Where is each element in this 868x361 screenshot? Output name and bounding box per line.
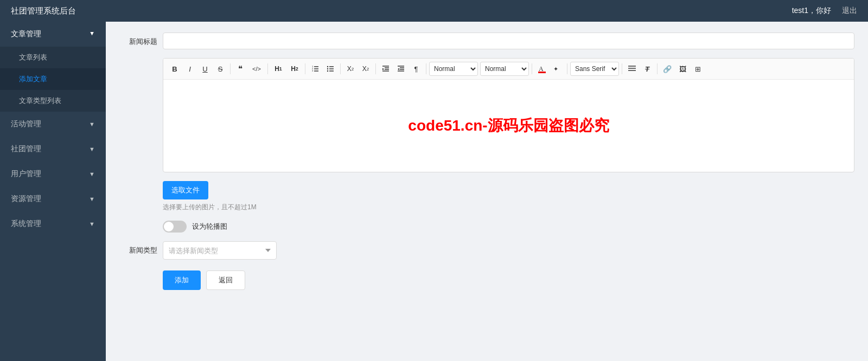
sidebar: 文章管理 ▲ 文章列表 添加文章 文章类型列表 活动管理 ▼ 社团管理 ▼ 用户…	[0, 22, 106, 361]
chevron-down-icon-club: ▼	[89, 146, 95, 152]
sidebar-item-article-list[interactable]: 文章列表	[0, 47, 106, 68]
sidebar-item-club[interactable]: 社团管理 ▼	[0, 137, 106, 162]
editor-body[interactable]: code51.cn-源码乐园盗图必究	[163, 80, 854, 172]
toolbar-underline-button[interactable]: U	[198, 62, 212, 76]
toolbar-sep-4	[340, 63, 341, 74]
toolbar-align-button[interactable]	[625, 62, 639, 76]
svg-text:3: 3	[312, 69, 314, 72]
news-type-select[interactable]: 请选择新闻类型	[163, 241, 277, 260]
main-layout: 文章管理 ▲ 文章列表 添加文章 文章类型列表 活动管理 ▼ 社团管理 ▼ 用户…	[0, 22, 868, 361]
svg-point-10	[327, 68, 328, 69]
sidebar-item-resource[interactable]: 资源管理 ▼	[0, 186, 106, 211]
toolbar-strike-button[interactable]: S	[213, 62, 227, 76]
sidebar-item-activity[interactable]: 活动管理 ▼	[0, 112, 106, 137]
file-hint: 选择要上传的图片，且不超过1M	[163, 203, 854, 212]
toolbar-sub-button[interactable]: X2	[343, 62, 358, 76]
top-header: 社团管理系统后台 test1，你好 退出	[0, 0, 868, 22]
toggle-row: 设为轮播图	[163, 221, 854, 233]
svg-rect-21	[538, 72, 546, 73]
toolbar-italic-button[interactable]: I	[183, 62, 197, 76]
svg-point-11	[327, 70, 328, 72]
toolbar-sep-1	[230, 63, 231, 74]
editor-watermark: code51.cn-源码乐园盗图必究	[408, 115, 609, 136]
news-type-row: 新闻类型 请选择新闻类型	[119, 241, 854, 260]
chevron-down-icon-resource: ▼	[89, 196, 95, 202]
toggle-slider	[163, 221, 187, 233]
toolbar-sep-8	[567, 63, 567, 74]
sidebar-item-system[interactable]: 系统管理 ▼	[0, 211, 106, 236]
chevron-up-icon: ▲	[89, 31, 95, 37]
editor-toolbar: B I U S ❝ </> H1 H2	[163, 59, 854, 80]
toolbar-table-button[interactable]: ⊞	[691, 62, 705, 76]
chevron-down-icon-activity: ▼	[89, 121, 95, 127]
toolbar-sup-button[interactable]: X2	[359, 62, 373, 76]
toolbar-font-select[interactable]: Sans Serif	[570, 62, 619, 76]
toolbar-blockquote-button[interactable]: ❝	[233, 62, 247, 76]
sidebar-item-user[interactable]: 用户管理 ▼	[0, 162, 106, 186]
toolbar-image-button[interactable]: 🖼	[675, 62, 690, 76]
sidebar-item-article[interactable]: 文章管理 ▲	[0, 22, 106, 47]
toolbar-indent-right-button[interactable]	[379, 62, 393, 76]
toolbar-sep-3	[305, 63, 305, 74]
toolbar-h2-button[interactable]: H2	[287, 62, 302, 76]
header-right: test1，你好 退出	[792, 6, 857, 16]
back-button[interactable]: 返回	[206, 270, 245, 290]
toolbar-sep-10	[657, 63, 658, 74]
action-row: 添加 返回	[163, 270, 854, 290]
sidebar-item-add-article[interactable]: 添加文章	[0, 68, 106, 90]
current-user: test1，你好	[792, 6, 831, 16]
toolbar-rtl-button[interactable]: ¶	[409, 62, 423, 76]
sidebar-submenu-article: 文章列表 添加文章 文章类型列表	[0, 47, 106, 112]
app-title: 社团管理系统后台	[11, 6, 76, 16]
toolbar-bold-button[interactable]: B	[168, 62, 182, 76]
toolbar-sep-7	[532, 63, 532, 74]
toolbar-sep-5	[375, 63, 376, 74]
toolbar-normal-select-2[interactable]: Normal	[480, 62, 529, 76]
news-title-input[interactable]	[163, 33, 854, 49]
svg-text:✦: ✦	[553, 66, 558, 72]
add-button[interactable]: 添加	[163, 270, 201, 290]
svg-text:A: A	[539, 65, 544, 73]
news-title-label: 新闻标题	[119, 33, 157, 47]
toolbar-sep-2	[267, 63, 268, 74]
content-area: 新闻标题 B I U S ❝	[106, 22, 868, 361]
news-title-row: 新闻标题	[119, 33, 854, 49]
toolbar-highlight-button[interactable]: ✦	[550, 62, 564, 76]
chevron-down-icon-user: ▼	[89, 171, 95, 177]
toolbar-ol-button[interactable]: 123	[308, 62, 322, 76]
file-upload-row: 选取文件 选择要上传的图片，且不超过1M	[163, 181, 854, 212]
chevron-down-icon-system: ▼	[89, 221, 95, 227]
editor-row: B I U S ❝ </> H1 H2	[119, 58, 854, 172]
toolbar-indent-left-button[interactable]	[394, 62, 408, 76]
toolbar-h1-button[interactable]: H1	[271, 62, 286, 76]
svg-point-9	[327, 66, 328, 67]
toolbar-sep-9	[622, 63, 622, 74]
toolbar-ul-button[interactable]	[323, 62, 337, 76]
select-file-button[interactable]: 选取文件	[163, 181, 208, 199]
toolbar-code-button[interactable]: </>	[248, 62, 265, 76]
rich-text-editor[interactable]: B I U S ❝ </> H1 H2	[163, 58, 854, 172]
sidebar-item-article-type[interactable]: 文章类型列表	[0, 90, 106, 112]
news-type-label: 新闻类型	[119, 246, 157, 255]
toolbar-font-color-button[interactable]: A	[535, 62, 549, 76]
toolbar-link-button[interactable]: 🔗	[660, 62, 674, 76]
toolbar-sep-6	[426, 63, 426, 74]
logout-button[interactable]: 退出	[842, 6, 857, 16]
toggle-label: 设为轮播图	[192, 222, 227, 231]
toolbar-clear-format-button[interactable]: T	[640, 62, 654, 76]
carousel-toggle[interactable]	[163, 221, 187, 233]
toolbar-normal-select-1[interactable]: Normal	[429, 62, 478, 76]
